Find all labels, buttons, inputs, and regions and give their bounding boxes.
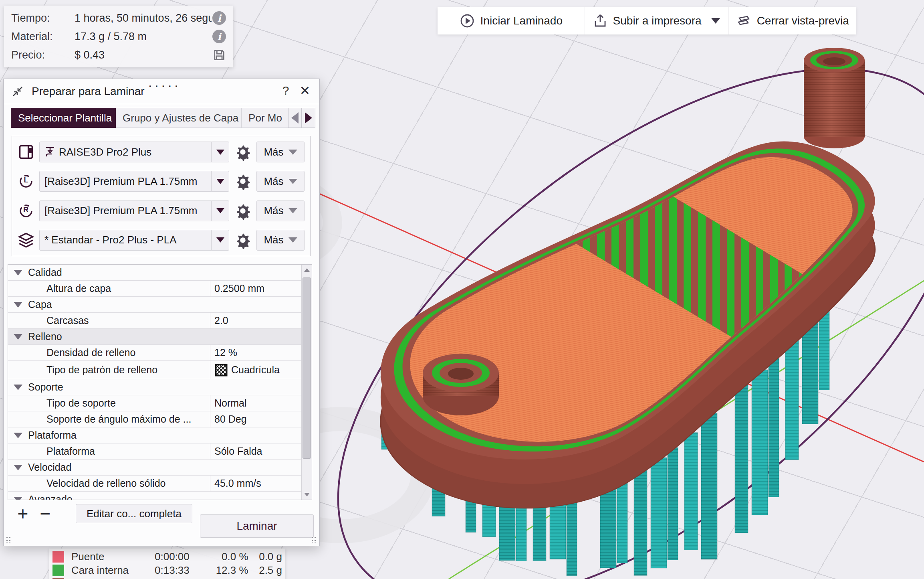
upload-to-printer-button[interactable]: Subir a impresora [585,7,728,34]
heel-ring [423,354,499,415]
right-filament-selector-row: R [Raise3D] Premium PLA 1.75mm Más [18,200,305,221]
color-swatch [52,551,64,563]
legend-row-puente: Puente 0:00:00 0.0 % 0.0 g [52,550,282,563]
price-value: $ 0.43 [75,49,212,61]
sliced-model[interactable] [280,48,924,544]
play-icon [460,13,475,28]
slice-button[interactable]: Laminar [200,514,314,538]
info-icon[interactable]: i [212,30,226,43]
settings-row[interactable]: Tipo de patrón de relleno Cuadrícula [8,361,301,379]
time-value: 1 horas, 50 minutos, 26 segu [75,12,212,24]
tab-scroll-right-button[interactable] [302,108,315,128]
time-label: Tiempo: [11,12,75,24]
settings-row[interactable]: Velocidad de relleno sólido45.0 mm/s [8,476,301,492]
close-icon[interactable]: ✕ [297,83,313,98]
printer-selector-row: RAISE3D Pro2 Plus Más [18,142,305,162]
layers-icon [18,232,34,249]
chevron-down-icon [216,179,224,184]
triangle-down-icon [14,465,22,470]
chevron-down-icon [288,179,297,184]
tab-por-modelo[interactable]: Por Mo [242,108,288,128]
more-button[interactable]: Más [256,230,305,251]
settings-scrollbar[interactable] [301,265,312,500]
settings-group-soporte[interactable]: Soporte [8,379,301,395]
tab-scroll-left-button[interactable] [288,108,302,128]
remove-setting-button[interactable]: − [34,505,56,522]
settings-group-velocidad[interactable]: Velocidad [8,460,301,476]
color-swatch [52,565,64,576]
extruder-right-icon: R [18,202,34,219]
settings-row[interactable]: PlataformaSólo Falda [8,443,301,460]
print-stats-panel: Tiempo: 1 horas, 50 minutos, 26 segu i M… [4,6,233,67]
gear-icon[interactable] [234,231,252,249]
settings-group-relleno[interactable]: Relleno [8,329,301,345]
svg-text:L: L [24,176,28,184]
preview-toolbar: Iniciar Laminado Subir a impresora Cerra… [438,7,856,34]
nozzle-icon [44,146,56,158]
chevron-right-icon [305,112,312,123]
settings-row[interactable]: Soporte de ángulo máximo de ...80 Deg [8,411,301,427]
close-preview-button[interactable]: Cerrar vista-previa [728,7,856,34]
material-label: Material: [11,30,75,43]
right-filament-select[interactable]: [Raise3D] Premium PLA 1.75mm [39,200,229,221]
template-selector-row: * Estandar - Pro2 Plus - PLA Más [18,230,305,251]
scrollbar-thumb[interactable] [303,277,311,459]
slicer-preview-window: Tiempo: 1 horas, 50 minutos, 26 segu i M… [0,0,924,579]
scroll-down-icon[interactable] [302,489,312,500]
gear-icon[interactable] [234,172,252,190]
tab-grupo-y-ajustes[interactable]: Grupo y Ajustes de Capa [116,108,242,128]
stat-row-time: Tiempo: 1 horas, 50 minutos, 26 segu i [11,11,226,25]
edit-full-config-button[interactable]: Editar co... completa [76,504,192,523]
tab-seleccionar-plantilla[interactable]: Seleccionar Plantilla [11,108,116,128]
add-setting-button[interactable]: + [12,505,34,522]
triangle-down-icon [14,433,22,438]
triangle-down-icon [14,302,22,308]
triangle-down-icon [14,270,22,275]
more-button[interactable]: Más [256,142,305,162]
left-filament-select[interactable]: [Raise3D] Premium PLA 1.75mm [39,171,229,192]
gear-icon[interactable] [234,202,252,220]
start-slicing-button[interactable]: Iniciar Laminado [438,7,585,34]
template-select[interactable]: * Estandar - Pro2 Plus - PLA [39,230,229,251]
resize-grip[interactable] [6,536,12,543]
printer-icon [18,144,34,160]
material-value: 17.3 g / 5.78 m [75,30,212,43]
upload-icon [593,13,607,28]
feature-legend-panel: Puente 0:00:00 0.0 % 0.0 g Cara interna … [49,549,285,579]
help-button[interactable]: ? [278,84,293,97]
settings-group-capa[interactable]: Capa [8,297,301,313]
chevron-down-icon [288,150,297,155]
triangle-down-icon [14,497,22,500]
settings-group-avanzado[interactable]: Avanzado [8,492,301,500]
settings-row[interactable]: Tipo de soporteNormal [8,395,301,411]
chevron-down-icon [216,208,224,213]
settings-group-plataforma[interactable]: Plataforma [8,427,301,443]
chevron-down-icon [288,208,297,213]
legend-row-cara-interna: Cara interna 0:13:33 12.3 % 2.5 g [52,563,282,577]
scroll-up-icon[interactable] [302,265,312,275]
triangle-down-icon [14,385,22,390]
collapse-icon[interactable] [11,85,24,98]
chevron-down-icon [288,237,297,243]
settings-row[interactable]: Carcasas2.0 [8,313,301,329]
more-button[interactable]: Más [256,171,305,192]
chevron-down-icon[interactable] [711,18,720,24]
settings-group-calidad[interactable]: Calidad [8,265,301,281]
resize-grip[interactable] [311,536,317,543]
dock-handle[interactable]: ····· [148,77,181,93]
save-icon[interactable] [212,48,226,62]
info-icon[interactable]: i [212,11,226,25]
printer-select[interactable]: RAISE3D Pro2 Plus [39,142,229,162]
left-filament-selector-row: L [Raise3D] Premium PLA 1.75mm Más [18,171,305,192]
triangle-down-icon [14,334,22,340]
settings-row[interactable]: Densidad de relleno12 % [8,345,301,361]
chevron-down-icon [216,150,224,155]
more-button[interactable]: Más [256,200,305,221]
settings-row[interactable]: Altura de capa0.2500 mm [8,281,301,297]
dialog-tabs: Seleccionar Plantilla Grupo y Ajustes de… [11,108,315,128]
extruder-left-icon: L [18,173,34,190]
stat-row-material: Material: 17.3 g / 5.78 m i [11,30,226,43]
gear-icon[interactable] [234,143,252,161]
legend-row-cara-externa: Cara externa 0:17:47 16.1 % 2.5 g [52,577,282,579]
stat-row-price: Precio: $ 0.43 [11,48,226,62]
